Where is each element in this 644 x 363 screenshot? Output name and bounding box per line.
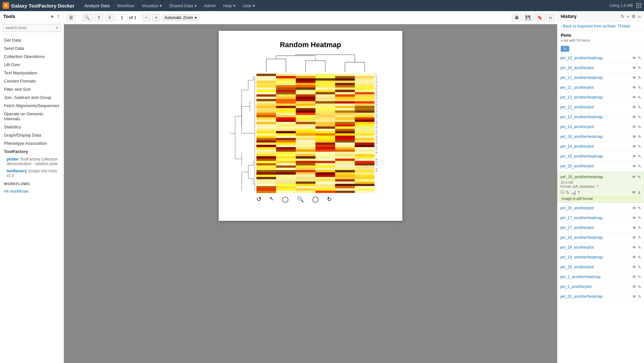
zoom-in-pdf-icon[interactable]: ◯ [312, 196, 319, 203]
eye-icon[interactable]: 👁 [632, 284, 636, 289]
eye-icon[interactable]: 👁 [632, 164, 636, 169]
eye-icon[interactable]: 👁 [632, 275, 636, 279]
sidebar-item-genomic-intervals[interactable]: Operate on Genomic Intervals [0, 110, 64, 123]
history-item-name[interactable]: yet_18_anotherheatmap [560, 235, 603, 240]
zoom-select[interactable]: Automatic Zoom ▾ [162, 14, 199, 21]
nav-shared-data[interactable]: Shared Data ▾ [166, 2, 200, 10]
plotter-link[interactable]: plotter [7, 157, 19, 162]
star-icon[interactable]: ★ [50, 14, 54, 19]
edit-icon[interactable]: ✎ [638, 56, 641, 61]
eye-icon[interactable]: 👁 [632, 95, 636, 100]
eye-icon[interactable]: 👁 [632, 265, 636, 270]
edit-icon[interactable]: ✎ [638, 265, 641, 270]
edit-icon[interactable]: ✎ [638, 206, 641, 211]
edit-icon[interactable]: ✎ [638, 275, 641, 279]
history-item-name[interactable]: yet_20_anotherheatmap [560, 294, 603, 299]
eye-icon[interactable]: 👁 [632, 105, 636, 110]
sidebar-item-filter-sort[interactable]: Filter and Sort [0, 85, 64, 93]
bookmark-btn[interactable]: 🔖 [534, 14, 545, 21]
sidebar-item-toolfactory[interactable]: ToolFactory [0, 147, 64, 156]
history-options-icon[interactable]: ⚙ [632, 14, 636, 19]
zoom-out-btn[interactable]: − [143, 14, 151, 21]
rotate-left-icon[interactable]: ↺ [256, 196, 261, 203]
refresh-icon[interactable]: ↻ [566, 190, 570, 195]
page-number-input[interactable] [116, 14, 128, 21]
eye-icon[interactable]: 👁 [632, 255, 636, 260]
toolfactory-link[interactable]: toolfactory [7, 169, 27, 173]
cursor-icon[interactable]: ↖ [270, 196, 274, 203]
history-refresh-icon[interactable]: ↻ [621, 14, 625, 19]
edit-icon[interactable]: ✎ [638, 294, 641, 299]
edit-icon[interactable]: ✎ [638, 66, 641, 70]
edit-icon[interactable]: ✎ [638, 105, 641, 110]
eye-icon[interactable]: 👁 [632, 56, 636, 61]
search-pdf-btn[interactable]: 🔍 [82, 14, 92, 21]
sidebar-item-text-manip[interactable]: Text Manipulation [0, 69, 64, 77]
eye-icon[interactable]: 👁 [632, 235, 636, 240]
history-item-name[interactable]: yet_19_anotherplot [560, 265, 594, 269]
history-item-name[interactable]: yet_16_anotherheatmap [560, 175, 603, 179]
sidebar-item-collection-ops[interactable]: Collection Operations [0, 52, 64, 61]
info-icon[interactable]: ⓘ [560, 189, 565, 195]
history-item-name[interactable]: yet_11_anotherheatmap [560, 75, 603, 80]
upload-icon[interactable]: ⇧ [56, 14, 60, 19]
sidebar-item-lift-over[interactable]: Lift-Over [0, 61, 64, 69]
history-item-name[interactable]: yet_10_anotherheatmap [560, 56, 603, 60]
chart-icon[interactable]: 📊 [571, 190, 576, 195]
history-item-name[interactable]: yet_11_anotherplot [560, 85, 594, 90]
edit-icon[interactable]: ✎ [638, 75, 641, 80]
history-item-name[interactable]: yet_18_anotherplot [560, 245, 594, 250]
sidebar-toggle-btn[interactable]: ☰ [67, 14, 76, 21]
edit-icon[interactable]: ✎ [638, 115, 641, 120]
history-item-name[interactable]: yet_17_anotherplot [560, 225, 594, 230]
eye-icon[interactable]: 👁 [632, 206, 636, 211]
edit-icon[interactable]: ✎ [638, 255, 641, 260]
nav-analyze-data[interactable]: Analyze Data [81, 2, 113, 10]
help-icon[interactable]: ? [577, 190, 580, 195]
sidebar-item-send-data[interactable]: Send Data [0, 44, 64, 52]
edit-icon[interactable]: ✎ [638, 284, 641, 289]
sidebar-item-phenotype[interactable]: Phenotype Association [0, 139, 64, 147]
eye-icon[interactable]: 👁 [632, 245, 636, 250]
eye-icon[interactable]: 👁 [632, 175, 636, 180]
zoom-out-pdf-icon[interactable]: 🔍 [297, 196, 304, 203]
nav-admin[interactable]: Admin [201, 2, 219, 10]
eye-icon[interactable]: 👁 [632, 134, 636, 139]
eye-icon[interactable]: 👁 [632, 75, 636, 80]
edit-icon[interactable]: ✎ [638, 216, 641, 220]
print-btn[interactable]: 🖶 [512, 14, 521, 21]
clear-search-icon[interactable]: ✕ [55, 25, 59, 30]
history-item-name[interactable]: yet_12_anotherheatmap [560, 95, 603, 100]
history-item-name[interactable]: yet_14_anotherplot [560, 144, 594, 149]
nav-help[interactable]: Help ▾ [220, 2, 239, 10]
edit-icon[interactable]: ✎ [638, 144, 641, 149]
edit-icon[interactable]: ✎ [638, 124, 641, 129]
eye-icon[interactable]: 👁 [632, 85, 636, 90]
eye-icon[interactable]: 👁 [632, 124, 636, 129]
edit-icon[interactable]: ✎ [637, 175, 641, 180]
history-item-name[interactable]: yet_1_anotherheatmap [560, 275, 600, 279]
edit-icon[interactable]: ✎ [638, 245, 641, 250]
sidebar-item-graph-display[interactable]: Graph/Display Data [0, 131, 64, 139]
download-icon[interactable]: ⇓ [637, 190, 641, 195]
pan-icon[interactable]: ◯ [282, 196, 289, 203]
nav-user[interactable]: User ▾ [239, 2, 258, 10]
next-page-btn[interactable]: ⇩ [105, 14, 114, 21]
history-refresh-btn[interactable]: ↻ [561, 46, 569, 52]
history-item-name[interactable]: yet_14_anotherheatmap [560, 134, 603, 139]
rotate-right-icon[interactable]: ↻ [327, 196, 332, 203]
sidebar-item-get-data[interactable]: Get Data [0, 36, 64, 44]
eye-icon[interactable]: 👁 [632, 115, 636, 120]
edit-icon[interactable]: ✎ [638, 235, 641, 240]
history-item-name[interactable]: yet_16_anotherplot [560, 206, 594, 210]
grid-icon[interactable] [636, 3, 641, 8]
more-btn[interactable]: ›› [546, 14, 554, 21]
nav-workflow[interactable]: Workflow [113, 2, 137, 10]
history-back-link[interactable]: ‹ Back to imported from archive: TFdata [557, 22, 644, 31]
sidebar-item-convert-formats[interactable]: Convert Formats [0, 77, 64, 85]
sidebar-item-statistics[interactable]: Statistics [0, 123, 64, 131]
eye-icon[interactable]: 👁 [632, 144, 636, 149]
prev-page-btn[interactable]: ⇧ [94, 14, 103, 21]
nav-visualize[interactable]: Visualize ▾ [138, 2, 165, 10]
eye-icon[interactable]: 👁 [632, 294, 636, 299]
